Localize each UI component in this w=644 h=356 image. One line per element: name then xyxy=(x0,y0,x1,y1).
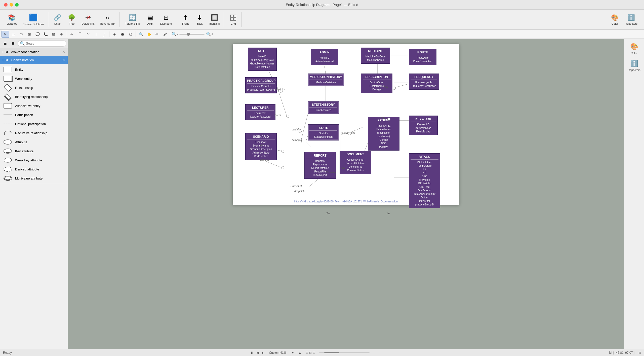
scroll-bar[interactable] xyxy=(319,352,370,353)
palette-item-associative[interactable]: Associative entity xyxy=(0,101,68,110)
shape1-tool[interactable]: ◈ xyxy=(111,31,118,38)
zoom-in-btn[interactable]: 🔍+ xyxy=(206,32,213,37)
footer-link[interactable]: https://wiki.smu.edu.sg/is480/IS480_Team… xyxy=(233,200,459,203)
close-button[interactable] xyxy=(4,3,8,7)
svg-rect-6 xyxy=(233,18,236,20)
palette-item-relationship[interactable]: Relationship xyxy=(0,83,68,92)
palette-item-identifying-rel[interactable]: Identifying relationship xyxy=(0,92,68,101)
minimize-button[interactable] xyxy=(10,3,13,7)
entity-medicationhistory[interactable]: MEDICATIONHISTORY MedicineDatetime xyxy=(308,74,344,86)
hand-tool[interactable]: ✋ xyxy=(145,31,153,38)
search-bar[interactable]: 🔍 xyxy=(18,40,66,47)
library-crows-foot-close[interactable]: ✕ xyxy=(62,50,65,54)
reverse-link-button[interactable]: ↔️ Reverse link xyxy=(98,13,117,26)
palette-item-multivalue-attribute[interactable]: Multivalue attribute xyxy=(0,174,68,183)
palette-item-derived-attribute[interactable]: Derived attribute xyxy=(0,165,68,174)
color-button[interactable]: 🎨 Color xyxy=(609,13,621,26)
zoom-slider[interactable] xyxy=(179,34,205,35)
select-tool[interactable]: ↖ xyxy=(2,31,9,38)
entity-statehistory[interactable]: STETEHISTORY TimeActivated xyxy=(308,101,339,114)
palette-item-participation[interactable]: Participation xyxy=(0,110,68,119)
associative-thumb xyxy=(3,102,13,109)
palette-item-weak-key-attribute[interactable]: Weak key attribute xyxy=(0,156,68,165)
entity-note[interactable]: NOTE NoteIDMultidisciplinaryNoteGroupMem… xyxy=(248,48,277,71)
shape3-tool[interactable]: ⬠ xyxy=(127,31,134,38)
table-tool[interactable]: ⊟ xyxy=(50,31,57,38)
next-page-btn[interactable]: ▶ xyxy=(261,350,265,355)
arc-tool[interactable]: ⌒ xyxy=(76,31,84,38)
pause-btn[interactable]: ⏸ xyxy=(249,350,254,355)
distribute-button[interactable]: ⊟ Distribute xyxy=(158,13,174,26)
back-button[interactable]: ⬇ Back xyxy=(193,13,206,26)
color-panel-btn[interactable]: 🎨 Color xyxy=(626,41,643,56)
panel-list-btn[interactable]: ☰ xyxy=(2,40,9,47)
cross-tool[interactable]: ✙ xyxy=(58,31,65,38)
entity-medicine[interactable]: MEDICINE MedicineBarCodeMedicineName xyxy=(361,48,390,64)
recursive-rel-thumb xyxy=(3,129,13,136)
rect-tool[interactable]: ▭ xyxy=(10,31,17,38)
palette-item-weak-entity[interactable]: Weak entity xyxy=(0,74,68,83)
rel-node-has-t xyxy=(393,87,396,90)
entity-practicalgroup[interactable]: PRACTICALGROUP PracticalGroupIDPractical… xyxy=(245,77,277,93)
prev-page-btn[interactable]: ◀ xyxy=(255,350,260,355)
callout-tool[interactable]: 💬 xyxy=(34,31,41,38)
palette-item-optional-participation[interactable]: Optional participation xyxy=(0,119,68,128)
entity-patient[interactable]: PATIENT PatientNRICPatientName(FirstName… xyxy=(368,117,399,151)
multivalue-attribute-thumb xyxy=(3,175,13,182)
entity-route[interactable]: ROUTE RouteAbbrRouteDescription xyxy=(409,49,436,65)
window-controls[interactable] xyxy=(4,3,19,7)
palette-item-recursive-rel[interactable]: Recursive relationship xyxy=(0,128,68,137)
entity-scenario[interactable]: SCENARIO ScenarioIDScenarioNameScenarioD… xyxy=(245,133,277,160)
palette-item-attribute[interactable]: Attribute xyxy=(0,137,68,147)
libraries-button[interactable]: 📚 Libraries xyxy=(5,13,19,26)
zoom-down-btn[interactable]: ▼ xyxy=(290,350,295,355)
bezier-tool[interactable]: ∫ xyxy=(100,31,108,38)
relationship-thumb xyxy=(3,84,13,91)
entity-state[interactable]: STATE StateIDStateDescription xyxy=(308,124,339,140)
identical-button[interactable]: 🔲 Identical xyxy=(207,13,222,26)
library-chens-header[interactable]: ERD, Chen's notation ✕ xyxy=(0,56,68,64)
tree-button[interactable]: 🌳 Tree xyxy=(65,13,78,26)
front-button[interactable]: ⬆ Front xyxy=(179,13,192,26)
rel-node-handles xyxy=(281,166,284,169)
text-tool[interactable]: ⊞ xyxy=(26,31,33,38)
eyedrop-tool[interactable]: 👁 xyxy=(153,31,161,38)
library-crows-foot-header[interactable]: ERD, crow's foot notation ✕ xyxy=(0,48,68,56)
panel-grid-btn[interactable]: ⊞ xyxy=(10,40,17,47)
zoom-out-btn[interactable]: 🔍- xyxy=(172,32,178,37)
grid-button[interactable]: Grid xyxy=(227,13,239,26)
entity-lecturer[interactable]: LECTURER LecturerIDLecturerPassword xyxy=(245,104,275,120)
zoom-in-tool[interactable]: 🔍 xyxy=(137,31,145,38)
ellipse-tool[interactable]: ⬭ xyxy=(18,31,25,38)
library-chens-close[interactable]: ✕ xyxy=(62,58,65,62)
palette-item-entity[interactable]: Entity xyxy=(0,65,68,74)
search-input[interactable] xyxy=(26,42,64,45)
palette-item-key-attribute[interactable]: Key attribute xyxy=(0,147,68,156)
align-button[interactable]: ▤ Align xyxy=(144,13,157,26)
browse-solutions-button[interactable]: 🟦 Browse Solutions xyxy=(21,12,46,27)
derived-attribute-shape xyxy=(4,167,12,172)
delete-link-button[interactable]: Delete link xyxy=(79,13,96,26)
zoom-up-btn[interactable]: ▲ xyxy=(297,350,302,355)
entity-document[interactable]: DOCUMENT ConsentNameConsentDatetimeConce… xyxy=(340,151,371,174)
chain-button[interactable]: 🔗 Chain xyxy=(51,13,64,26)
entity-prescription[interactable]: PRESCRIPTION DoctorOrderDoctorNameDosage xyxy=(361,74,392,93)
line-tool[interactable]: | xyxy=(92,31,100,38)
connector-tool[interactable]: 📞 xyxy=(42,31,49,38)
inspectors-panel-btn[interactable]: ℹ️ Inspectors xyxy=(626,58,643,73)
entity-admin[interactable]: ADMIN AdminIDAdminPassword xyxy=(311,49,338,65)
canvas-area[interactable]: NOTE NoteIDMultidisciplinaryNoteGroupMem… xyxy=(68,39,624,349)
entity-report[interactable]: REPORT ReportIDReportNameReportDatetimeR… xyxy=(304,152,336,179)
maximize-button[interactable] xyxy=(15,3,19,7)
entity-frequency[interactable]: FREQUENCY FrequencyAbbrFrequencyDescript… xyxy=(409,74,439,90)
entity-keyword[interactable]: KEYWORD KeywordIDKeywordDescFieldsToMap xyxy=(409,116,438,135)
pen-tool[interactable]: ✏ xyxy=(68,31,76,38)
shape2-tool[interactable]: ⬟ xyxy=(119,31,126,38)
curve-tool[interactable]: 〜 xyxy=(84,31,92,38)
inspectors-button[interactable]: ℹ️ Inspectors xyxy=(623,13,639,26)
diagram-canvas[interactable]: NOTE NoteIDMultidisciplinaryNoteGroupMem… xyxy=(233,44,459,205)
svg-line-24 xyxy=(306,142,311,147)
resize-handle[interactable]: ⊞ xyxy=(638,351,641,354)
rotate-flip-button[interactable]: 🔄 Rotate & Flip xyxy=(123,13,143,26)
paint-tool[interactable]: 🖌 xyxy=(161,31,169,38)
